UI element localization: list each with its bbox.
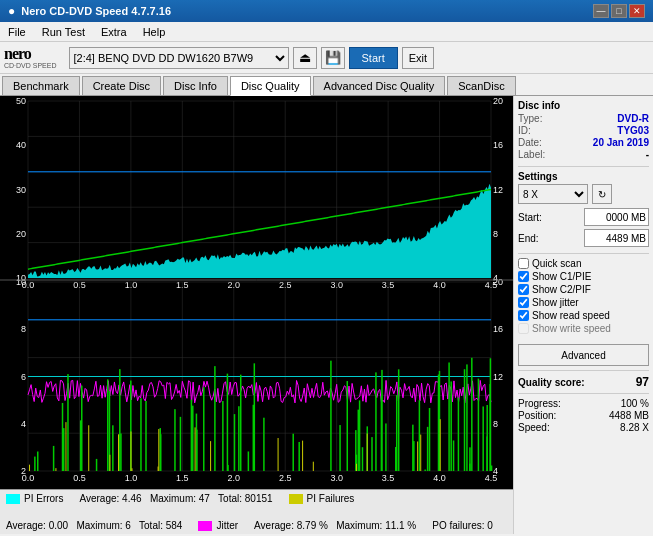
pi-errors-label: PI Errors xyxy=(24,493,63,504)
menu-file[interactable]: File xyxy=(0,24,34,40)
pi-failures-label: PI Failures xyxy=(307,493,355,504)
po-failures-stats: PO failures: 0 xyxy=(432,520,493,531)
settings-section: Settings 8 X ↻ Start: End: xyxy=(518,171,649,247)
save-button[interactable]: 💾 xyxy=(321,47,345,69)
show-write-speed-checkbox xyxy=(518,323,529,334)
right-panel: Disc info Type: DVD-R ID: TYG03 Date: 20… xyxy=(513,96,653,534)
quick-scan-checkbox[interactable] xyxy=(518,258,529,269)
po-failures-label: PO failures: xyxy=(432,520,484,531)
position-row: Position: 4488 MB xyxy=(518,410,649,421)
disc-label-value: - xyxy=(646,149,649,160)
legend-area: PI Errors Average: 4.46 Maximum: 47 Tota… xyxy=(0,489,513,534)
exit-button[interactable]: Exit xyxy=(402,47,434,69)
advanced-button[interactable]: Advanced xyxy=(518,344,649,366)
jitter-avg-label: Average: xyxy=(254,520,294,531)
disc-info-section: Disc info Type: DVD-R ID: TYG03 Date: 20… xyxy=(518,100,649,160)
save-icon: 💾 xyxy=(325,50,341,65)
minimize-button[interactable]: — xyxy=(593,4,609,18)
menu-help[interactable]: Help xyxy=(135,24,174,40)
pi-failures-stats: Average: 0.00 Maximum: 6 Total: 584 xyxy=(6,520,182,531)
toolbar: nero CD·DVD SPEED [2:4] BENQ DVD DD DW16… xyxy=(0,42,653,74)
show-c2pif-checkbox[interactable] xyxy=(518,284,529,295)
disc-date-value: 20 Jan 2019 xyxy=(593,137,649,148)
legend-jitter: Jitter xyxy=(198,520,238,531)
eject-button[interactable]: ⏏ xyxy=(293,47,317,69)
speed-row-prog: Speed: 8.28 X xyxy=(518,422,649,433)
divider-2 xyxy=(518,253,649,254)
show-read-speed-checkbox[interactable] xyxy=(518,310,529,321)
charts-wrapper xyxy=(0,96,513,489)
jitter-max-label: Maximum: xyxy=(336,520,382,531)
pi-failures-avg-value: 0.00 xyxy=(49,520,68,531)
start-button[interactable]: Start xyxy=(349,47,398,69)
quick-scan-row: Quick scan xyxy=(518,258,649,269)
tab-disc-quality[interactable]: Disc Quality xyxy=(230,76,311,96)
show-read-speed-row: Show read speed xyxy=(518,310,649,321)
start-input[interactable] xyxy=(584,208,649,226)
progress-row: Progress: 100 % xyxy=(518,398,649,409)
show-read-speed-label: Show read speed xyxy=(532,310,610,321)
pi-failures-avg-label: Average: xyxy=(6,520,46,531)
speed-row: 8 X ↻ xyxy=(518,184,649,204)
quick-scan-label: Quick scan xyxy=(532,258,581,269)
show-jitter-row: Show jitter xyxy=(518,297,649,308)
start-label: Start: xyxy=(518,212,542,223)
refresh-icon: ↻ xyxy=(598,189,606,200)
pi-failures-color xyxy=(289,494,303,504)
show-jitter-checkbox[interactable] xyxy=(518,297,529,308)
tab-advanced-disc-quality[interactable]: Advanced Disc Quality xyxy=(313,76,446,95)
checkboxes-section: Quick scan Show C1/PIE Show C2/PIF Show … xyxy=(518,258,649,334)
pi-failures-total-value: 584 xyxy=(166,520,183,531)
menu-extra[interactable]: Extra xyxy=(93,24,135,40)
show-write-speed-row: Show write speed xyxy=(518,323,649,334)
position-label: Position: xyxy=(518,410,556,421)
disc-label-label: Label: xyxy=(518,149,545,160)
jitter-max-value: 11.1 % xyxy=(385,520,416,531)
tab-scan-disc[interactable]: ScanDisc xyxy=(447,76,515,95)
eject-icon: ⏏ xyxy=(299,50,311,65)
disc-type-label: Type: xyxy=(518,113,542,124)
pi-errors-color xyxy=(6,494,20,504)
app-icon: ● xyxy=(8,4,15,18)
show-c1pie-checkbox[interactable] xyxy=(518,271,529,282)
window-title: Nero CD-DVD Speed 4.7.7.16 xyxy=(21,5,593,17)
legend-pi-failures: PI Failures xyxy=(289,493,355,504)
show-c1pie-label: Show C1/PIE xyxy=(532,271,591,282)
divider-3 xyxy=(518,370,649,371)
pi-errors-max-value: 47 xyxy=(199,493,210,504)
nero-logo: nero CD·DVD SPEED xyxy=(4,46,57,69)
show-jitter-label: Show jitter xyxy=(532,297,579,308)
drive-select[interactable]: [2:4] BENQ DVD DD DW1620 B7W9 xyxy=(69,47,289,69)
menu-run-test[interactable]: Run Test xyxy=(34,24,93,40)
position-value: 4488 MB xyxy=(609,410,649,421)
pi-failures-total-label: Total: xyxy=(139,520,163,531)
pi-errors-avg-value: 4.46 xyxy=(122,493,141,504)
disc-id-label: ID: xyxy=(518,125,531,136)
disc-type-row: Type: DVD-R xyxy=(518,113,649,124)
tab-disc-info[interactable]: Disc Info xyxy=(163,76,228,95)
quality-label: Quality score: xyxy=(518,377,585,388)
jitter-avg-value: 8.79 % xyxy=(297,520,328,531)
tab-create-disc[interactable]: Create Disc xyxy=(82,76,161,95)
jitter-stats: Average: 8.79 % Maximum: 11.1 % xyxy=(254,520,416,531)
settings-icon-button[interactable]: ↻ xyxy=(592,184,612,204)
window-controls: — □ ✕ xyxy=(593,4,645,18)
show-write-speed-label: Show write speed xyxy=(532,323,611,334)
quality-row: Quality score: 97 xyxy=(518,375,649,389)
speed-value: 8.28 X xyxy=(620,422,649,433)
end-label: End: xyxy=(518,233,539,244)
pi-failures-max-label: Maximum: xyxy=(76,520,122,531)
divider-4 xyxy=(518,393,649,394)
quality-value: 97 xyxy=(636,375,649,389)
end-input[interactable] xyxy=(584,229,649,247)
close-button[interactable]: ✕ xyxy=(629,4,645,18)
disc-id-value: TYG03 xyxy=(617,125,649,136)
pi-errors-max-label: Maximum: xyxy=(150,493,196,504)
divider-1 xyxy=(518,166,649,167)
tab-benchmark[interactable]: Benchmark xyxy=(2,76,80,95)
maximize-button[interactable]: □ xyxy=(611,4,627,18)
speed-select[interactable]: 8 X xyxy=(518,184,588,204)
progress-label: Progress: xyxy=(518,398,561,409)
start-row: Start: xyxy=(518,208,649,226)
po-failures-value: 0 xyxy=(487,520,493,531)
